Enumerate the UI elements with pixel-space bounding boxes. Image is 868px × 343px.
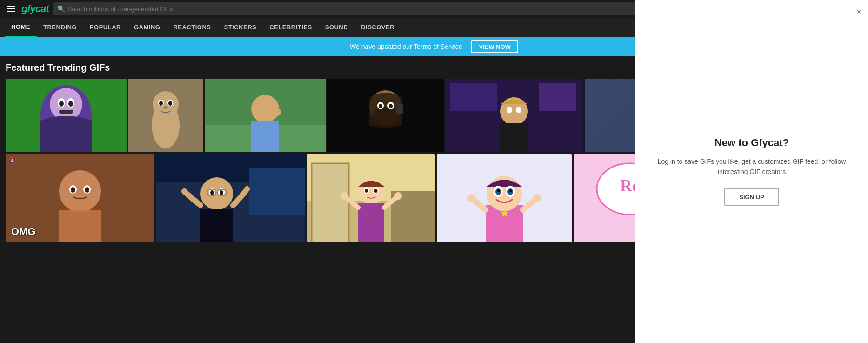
svg-point-71 (341, 192, 348, 200)
popup-close-button[interactable]: × (856, 7, 861, 17)
popup-title: New to Gfycat? (714, 137, 789, 149)
svg-point-43 (59, 170, 101, 212)
svg-point-48 (85, 187, 89, 193)
nav-item-gaming[interactable]: GAMING (127, 18, 167, 37)
nav-item-trending[interactable]: TRENDING (37, 18, 83, 37)
omg-label: OMG (11, 226, 36, 238)
gif-item[interactable] (128, 79, 203, 152)
svg-rect-31 (450, 83, 497, 111)
nav-item-discover[interactable]: DISCOVER (354, 18, 401, 37)
nav-item-stickers[interactable]: STICKERS (217, 18, 263, 37)
svg-point-61 (181, 188, 187, 194)
new-user-popup: × New to Gfycat? Log in to save GIFs you… (635, 0, 868, 261)
svg-point-89 (533, 194, 541, 202)
svg-point-2 (50, 88, 82, 121)
gif-item[interactable] (156, 154, 305, 242)
popup-description: Log in to save GIFs you like, get a cust… (654, 156, 849, 177)
svg-point-47 (71, 187, 75, 193)
gif-item[interactable] (307, 154, 435, 242)
svg-point-13 (159, 101, 163, 106)
svg-rect-7 (59, 110, 73, 114)
logo[interactable]: gfycat (21, 3, 49, 15)
svg-rect-34 (500, 123, 528, 152)
svg-point-15 (163, 106, 168, 109)
svg-point-10 (153, 91, 179, 117)
menu-button[interactable] (5, 4, 17, 14)
search-icon: 🔍 (57, 5, 65, 13)
search-bar: 🔍 IN GIFS ▼ (53, 2, 698, 15)
svg-point-56 (210, 190, 214, 195)
svg-rect-28 (396, 104, 403, 114)
svg-point-85 (509, 189, 512, 192)
svg-point-35 (507, 107, 512, 113)
gif-item[interactable] (205, 79, 326, 152)
gif-item[interactable]: 🔇 OMG (6, 154, 154, 242)
svg-rect-19 (251, 121, 279, 152)
svg-point-62 (244, 186, 250, 192)
svg-point-52 (200, 177, 233, 210)
svg-point-36 (516, 107, 521, 113)
svg-point-27 (389, 104, 393, 108)
svg-rect-51 (249, 168, 305, 215)
svg-point-88 (467, 194, 476, 202)
svg-rect-32 (539, 83, 576, 111)
svg-rect-68 (358, 203, 384, 242)
svg-rect-66 (312, 163, 349, 242)
search-input[interactable] (68, 6, 657, 13)
nav-item-sound[interactable]: SOUND (319, 18, 354, 37)
svg-point-84 (497, 189, 500, 192)
svg-rect-53 (200, 209, 233, 242)
svg-point-20 (272, 108, 281, 116)
gif-item[interactable] (6, 79, 127, 152)
banner-text: We have updated our Terms of Service. (350, 43, 464, 50)
gif-item[interactable] (327, 79, 444, 152)
nav-item-reactions[interactable]: REACTIONS (167, 18, 217, 37)
gif-item[interactable] (437, 154, 572, 242)
svg-point-72 (394, 192, 402, 200)
volume-icon: 🔇 (8, 157, 16, 164)
popup-content: New to Gfycat? Log in to save GIFs you l… (635, 0, 868, 261)
svg-point-76 (374, 189, 378, 193)
svg-point-75 (365, 189, 368, 193)
svg-point-5 (59, 101, 64, 107)
gif-item[interactable] (446, 79, 583, 152)
svg-rect-44 (59, 210, 101, 242)
nav-item-home[interactable]: HOME (5, 18, 37, 37)
nav-item-popular[interactable]: POPULAR (83, 18, 127, 37)
popup-signup-button[interactable]: SIGN UP (724, 188, 779, 206)
view-now-button[interactable]: VIEW NOW (471, 40, 518, 53)
svg-point-26 (379, 104, 382, 108)
svg-point-6 (68, 101, 73, 107)
svg-point-14 (168, 101, 172, 106)
nav-item-celebrities[interactable]: CELEBRITIES (263, 18, 318, 37)
svg-point-57 (220, 190, 223, 195)
